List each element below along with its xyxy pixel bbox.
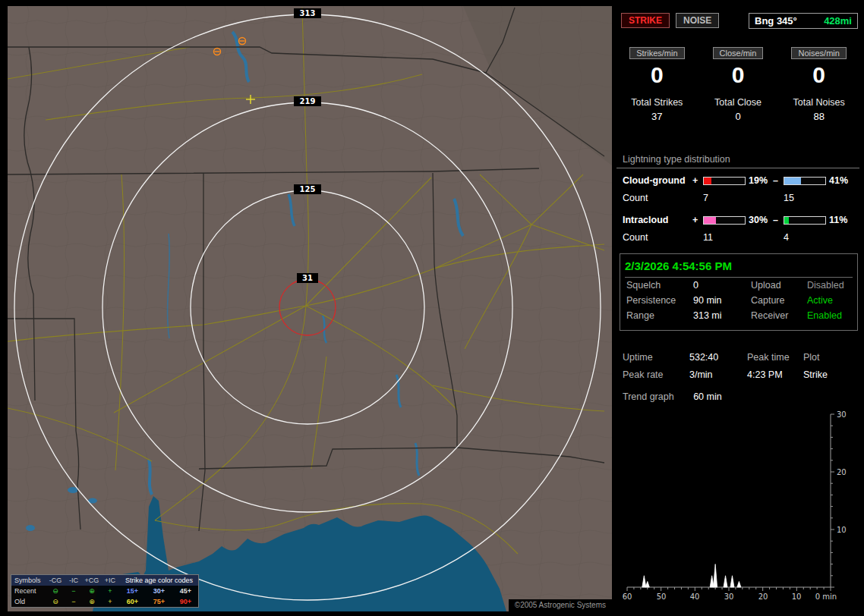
axis-ticks [627, 414, 834, 591]
panel-topbar: STRIKE NOISE Bng 345° 428mi [621, 11, 858, 30]
total-noises-value: 88 [778, 111, 859, 122]
upload-value: Disabled [807, 278, 857, 293]
ic-negative-count: 4 [784, 232, 826, 243]
peak-time-value: 4:23 PM [747, 366, 803, 384]
rates-section: Strikes/min 0 Total Strikes 37 Close/min… [616, 47, 859, 122]
legend-old-label: Old [11, 598, 46, 605]
squelch-label: Squelch [626, 278, 693, 293]
status-box: 2/3/2026 4:54:56 PM Squelch 0 Upload Dis… [620, 253, 858, 331]
persistence-value: 90 min [693, 293, 751, 308]
svg-text:125: 125 [300, 185, 316, 193]
plus-icon: + [101, 598, 119, 605]
bearing-value: 428mi [824, 15, 852, 27]
legend-col-neg-cg: -CG [46, 577, 65, 584]
session-row-1: Uptime 532:40 Peak time Plot [616, 349, 859, 366]
xtick-20: 20 [758, 592, 768, 601]
age-45: 45+ [172, 587, 199, 595]
ic-negative-pct: 11% [826, 215, 853, 225]
ring-label-313: 313 [294, 8, 321, 18]
ic-negative-bar-fill [784, 217, 789, 224]
trend-graph-canvas: 30 20 10 60 50 40 30 20 10 0 min [621, 408, 858, 608]
total-close-label: Total Close [698, 97, 779, 108]
legend-recent-label: Recent [11, 587, 46, 595]
total-close-value: 0 [698, 111, 779, 122]
uptime-value: 532:40 [689, 349, 747, 366]
side-panel: STRIKE NOISE Bng 345° 428mi Strikes/min … [616, 6, 859, 611]
age-30: 30+ [146, 587, 172, 595]
session-row-2: Peak rate 3/min 4:23 PM Strike [616, 366, 859, 384]
count-label: Count [623, 193, 692, 203]
bearing-label: Bng 345° [755, 15, 797, 27]
minus-sign: – [773, 215, 784, 225]
svg-text:219: 219 [300, 97, 316, 105]
lightning-map-area: 313 219 125 31 [8, 6, 612, 611]
count-label: Count [623, 232, 692, 243]
datetime-display: 2/3/2026 4:54:56 PM [625, 258, 853, 278]
plot-value: Strike [803, 366, 859, 384]
strikes-per-min-value: 0 [616, 63, 698, 87]
ring-label-219: 219 [294, 96, 321, 106]
strikes-per-min-chip: Strikes/min [629, 47, 684, 59]
legend-header-row: Symbols -CG -IC +CG +IC Strike age color… [11, 575, 198, 586]
plus-sign: + [692, 215, 703, 225]
xtick-30: 30 [724, 592, 734, 601]
legend-col-neg-ic: -IC [65, 577, 83, 584]
circle-minus-icon: ⊖ [46, 598, 65, 605]
noises-column: Noises/min 0 Total Noises 88 [778, 47, 859, 122]
ic-positive-count: 11 [703, 232, 746, 243]
circle-plus-icon: ⊕ [83, 598, 101, 605]
trend-spikes [642, 564, 741, 587]
noises-per-min-value: 0 [778, 63, 859, 87]
cg-positive-count: 7 [703, 193, 746, 203]
noises-per-min-chip: Noises/min [791, 47, 846, 59]
peak-time-label: Peak time [747, 349, 803, 366]
intracloud-label: Intracloud [623, 215, 692, 225]
intracloud-count-row: Count 11 4 [616, 232, 859, 243]
ring-label-125: 125 [294, 184, 321, 194]
noise-mode-button[interactable]: NOISE [676, 13, 719, 28]
receiver-label: Receiver [751, 308, 807, 323]
peak-rate-value: 3/min [689, 366, 747, 384]
trend-graph-label: Trend graph [623, 391, 674, 402]
legend-age-title: Strike age color codes [119, 577, 199, 584]
cg-positive-bar [703, 177, 746, 185]
status-row-squelch: Squelch 0 Upload Disabled [620, 278, 857, 293]
cloud-ground-count-row: Count 7 15 [616, 193, 859, 203]
legend-recent-row: Recent ⊖ − ⊕ + 15+ 30+ 45+ [11, 586, 198, 596]
close-column: Close/min 0 Total Close 0 [698, 47, 779, 122]
strikes-column: Strikes/min 0 Total Strikes 37 [616, 47, 698, 122]
minus-sign: – [773, 175, 784, 186]
trend-graph: 30 20 10 60 50 40 30 20 10 0 min [621, 408, 858, 611]
session-section: Uptime 532:40 Peak time Plot Peak rate 3… [616, 349, 859, 384]
ring-label-31: 31 [297, 273, 318, 283]
app-window: 313 219 125 31 [0, 0, 864, 616]
squelch-value: 0 [693, 278, 751, 293]
svg-text:31: 31 [302, 274, 313, 282]
plus-sign: + [692, 175, 703, 186]
uptime-label: Uptime [623, 349, 689, 366]
map-canvas[interactable]: 313 219 125 31 [8, 6, 612, 611]
xtick-50: 50 [657, 592, 667, 601]
ic-positive-pct: 30% [746, 215, 773, 225]
ic-negative-bar [784, 216, 826, 225]
total-strikes-label: Total Strikes [616, 97, 698, 108]
plus-icon: + [101, 587, 119, 595]
ytick-30: 30 [837, 410, 847, 419]
strike-mode-button[interactable]: STRIKE [621, 13, 670, 28]
ytick-20: 20 [837, 468, 847, 476]
legend-col-pos-ic: +IC [101, 577, 119, 584]
capture-label: Capture [751, 293, 807, 308]
cloud-ground-label: Cloud-ground [623, 175, 692, 186]
cg-positive-pct: 19% [746, 175, 773, 186]
xtick-10: 10 [792, 592, 802, 601]
trend-graph-label-row: Trend graph 60 min [623, 391, 722, 402]
cg-negative-bar-fill [784, 178, 801, 184]
cg-negative-pct: 41% [826, 175, 853, 186]
minus-icon: − [65, 598, 83, 605]
range-label: Range [626, 308, 693, 323]
legend-symbols-title: Symbols [11, 577, 46, 584]
receiver-value: Enabled [807, 308, 857, 323]
age-60: 60+ [119, 598, 146, 605]
peak-rate-label: Peak rate [623, 366, 689, 384]
strike-legend: Symbols -CG -IC +CG +IC Strike age color… [11, 574, 199, 608]
